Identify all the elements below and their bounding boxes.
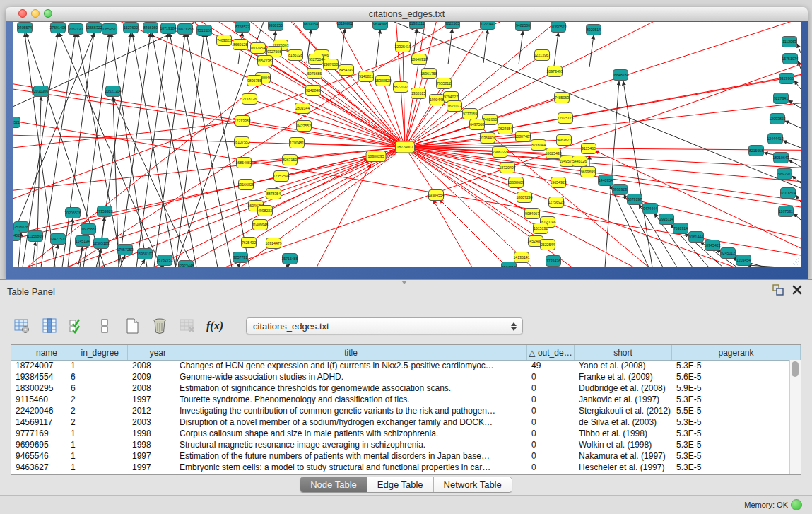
network-node[interactable]: 16782753 (156, 255, 172, 266)
network-node[interactable]: 8186328 (288, 50, 303, 61)
network-node[interactable]: 18724007 (396, 141, 415, 153)
table-row[interactable]: 946554611997Estimation of the future num… (11, 450, 790, 462)
network-node[interactable]: 5975685 (307, 69, 322, 79)
network-node[interactable]: 2718126 (242, 94, 257, 105)
table-row[interactable]: 1456911722003Disruption of a novel membe… (11, 416, 790, 428)
network-node[interactable]: 1440954 (599, 175, 613, 186)
network-node[interactable]: 16914479 (265, 238, 281, 249)
table-row[interactable]: 911546021997Tourette syndrome. Phenomeno… (11, 394, 790, 405)
network-node[interactable]: 12975115 (558, 113, 574, 124)
network-node[interactable]: 2522544 (541, 240, 555, 250)
network-canvas[interactable]: 8912954122260639327508818632854690469327… (13, 22, 801, 267)
network-node[interactable]: 9242848 (306, 86, 321, 96)
network-node[interactable]: 8216044 (531, 140, 546, 151)
network-node[interactable]: 10807487 (514, 132, 531, 142)
network-node[interactable]: 1167531 (779, 206, 794, 217)
network-node[interactable]: 10220442 (479, 22, 495, 30)
network-node[interactable]: 18720407 (499, 163, 515, 173)
network-node[interactable]: 6497568 (470, 119, 485, 130)
network-node[interactable]: 2935114 (659, 214, 674, 225)
network-node[interactable]: 1112063 (782, 37, 797, 47)
network-node[interactable]: 18210643 (772, 153, 789, 163)
network-node[interactable]: 2053130 (69, 24, 83, 35)
table-row[interactable]: 2242004622012Investigating the contribut… (11, 405, 790, 416)
network-node[interactable]: 9105521 (13, 117, 20, 128)
network-node[interactable]: 8768522 (235, 22, 250, 33)
network-node[interactable]: 10973493 (546, 66, 563, 77)
network-node[interactable]: 27691406 (49, 23, 66, 33)
network-node[interactable]: 11409948 (252, 220, 269, 230)
network-node[interactable]: 8454749 (339, 65, 354, 76)
network-node[interactable]: 8660128 (233, 40, 248, 50)
table-scrollbar-thumb[interactable] (792, 361, 799, 377)
network-node[interactable]: 9699695 (581, 167, 596, 177)
column-header-title[interactable]: title (175, 345, 527, 360)
table-row[interactable]: 977716911998Corpus callosum shape and si… (11, 428, 790, 439)
network-node[interactable]: 8427552 (297, 121, 312, 132)
column-header-pagerank[interactable]: pagerank (672, 345, 801, 360)
network-node[interactable]: 17957253 (117, 245, 133, 255)
network-node[interactable]: 20531304 (105, 86, 121, 97)
network-node[interactable]: 12353594 (273, 171, 289, 182)
network-node[interactable]: 9822565 (445, 22, 460, 29)
network-node[interactable]: 7955812 (437, 78, 452, 89)
network-node[interactable]: 1733426 (546, 256, 561, 267)
network-node[interactable]: 8920514 (587, 25, 601, 35)
network-node[interactable]: 19166825 (237, 180, 254, 190)
network-node[interactable]: 19384554 (428, 190, 444, 201)
network-node[interactable]: 7691914 (673, 223, 688, 234)
network-node[interactable]: 10655322 (86, 23, 102, 33)
network-node[interactable]: 12213967 (534, 50, 550, 61)
network-node[interactable]: 10945422 (704, 240, 720, 251)
network-node[interactable]: 10025438 (545, 148, 561, 159)
network-node[interactable]: 12325419 (394, 42, 411, 52)
network-node[interactable]: 9327504 (309, 54, 324, 65)
network-node[interactable]: 11381111 (409, 22, 425, 29)
select-columns-icon[interactable] (68, 317, 86, 335)
table-selector-dropdown[interactable]: citations_edges.txt (246, 317, 523, 334)
column-header-name[interactable]: name (11, 345, 66, 360)
network-node[interactable]: 20206576 (64, 208, 81, 218)
network-node[interactable]: 16854082 (235, 158, 252, 168)
network-node[interactable]: 18640910 (411, 54, 427, 65)
network-node[interactable]: 10688609 (507, 177, 524, 188)
network-node[interactable]: 9857791 (233, 252, 248, 263)
network-node[interactable]: 8878354 (266, 189, 281, 199)
table-row[interactable]: 946362711997Embryonic stem cells: a mode… (11, 462, 790, 473)
close-panel-icon[interactable] (792, 285, 802, 295)
network-node[interactable]: 1621072 (447, 101, 462, 112)
network-node[interactable]: 10390523 (550, 22, 566, 33)
network-node[interactable]: 12444413 (767, 134, 783, 144)
network-node[interactable]: 1362615 (411, 88, 426, 99)
network-node[interactable]: 15716485 (281, 254, 298, 264)
network-node[interactable]: 2031306 (34, 86, 49, 97)
network-node[interactable]: 8938923 (613, 185, 628, 195)
memory-status-indicator-icon[interactable] (791, 499, 802, 510)
network-node[interactable]: 8912954 (251, 43, 266, 54)
network-node[interactable]: 9084067 (525, 209, 540, 219)
network-node[interactable]: 1990448 (430, 95, 445, 105)
table-row[interactable]: 1830029562008Estimation of significance … (11, 382, 790, 394)
function-builder-icon[interactable]: f(x) (206, 317, 224, 335)
column-header-short[interactable]: short (575, 345, 672, 360)
network-node[interactable]: 15751074 (782, 54, 798, 64)
network-node[interactable]: 6879197 (628, 194, 642, 205)
network-node[interactable]: 8822037 (394, 82, 408, 93)
network-node[interactable]: 12505183 (93, 238, 109, 249)
network-node[interactable]: 12213383 (234, 116, 250, 127)
network-node[interactable]: 12093822 (769, 114, 785, 124)
network-node[interactable]: 10975887 (80, 224, 96, 235)
network-node[interactable]: 19654923 (550, 177, 566, 188)
new-column-icon[interactable] (123, 317, 141, 335)
table-row[interactable]: 1872400712008Changes of HCN gene express… (11, 360, 790, 371)
network-node[interactable]: 9482580 (516, 22, 531, 31)
network-node[interactable]: 4998222 (258, 206, 273, 216)
network-node[interactable]: 3624554 (498, 124, 513, 134)
window-titlebar[interactable]: citations_edges.txt (6, 7, 808, 21)
row-height-icon[interactable] (95, 317, 114, 335)
network-node[interactable]: 9463627 (557, 135, 572, 146)
column-header-out_de[interactable]: △ out_de… (527, 345, 575, 360)
column-header-in_degree[interactable]: in_degree (66, 345, 128, 360)
network-node[interactable]: 9474444 (643, 204, 658, 214)
network-node[interactable]: 15388520 (375, 76, 391, 86)
